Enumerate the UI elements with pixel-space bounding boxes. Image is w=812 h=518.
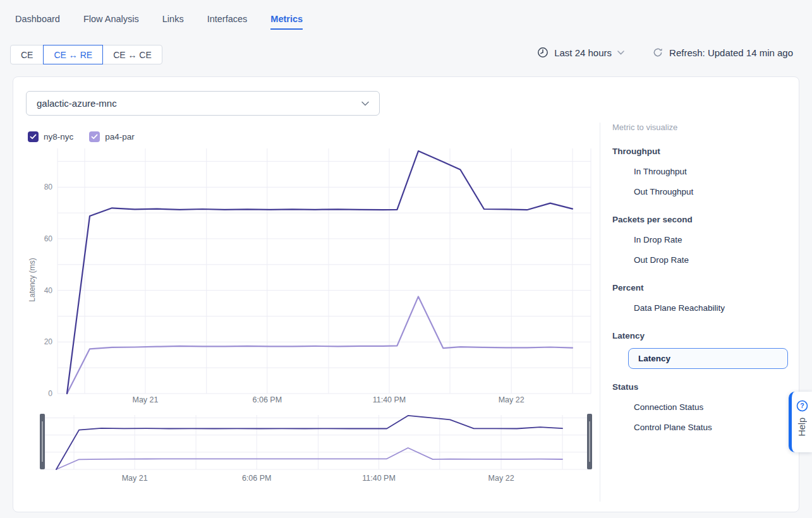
metric-group-throughput: Throughput: [612, 147, 802, 156]
svg-text:0: 0: [48, 389, 52, 398]
checkbox-checked-icon[interactable]: [28, 131, 39, 142]
time-range-label: Last 24 hours: [554, 47, 612, 58]
refresh-status-label: Refresh: Updated 14 min ago: [669, 47, 793, 58]
series-line-ny8-nyc: [56, 416, 562, 469]
metric-item-in-throughput[interactable]: In Throughput: [634, 167, 687, 176]
series-toggle-label: ny8-nyc: [44, 132, 73, 142]
help-question-icon: ?: [796, 400, 808, 412]
filter-ce-re-button[interactable]: CE ↔ RE: [43, 45, 103, 64]
top-nav: Dashboard Flow Analysis Links Interfaces…: [15, 14, 303, 30]
series-toggle-pa4-par[interactable]: pa4-par: [89, 131, 135, 142]
metric-item-data-plane-reachability[interactable]: Data Plane Reachability: [634, 303, 725, 313]
series-toggle-ny8-nyc[interactable]: ny8-nyc: [28, 131, 73, 142]
help-label: Help: [797, 418, 807, 437]
device-select-value: galactic-azure-mnc: [37, 98, 117, 109]
svg-text:May 21: May 21: [133, 395, 159, 404]
svg-text:40: 40: [44, 286, 53, 295]
metric-group-packets-per-second: Packets per second: [612, 215, 802, 224]
time-range-dropdown[interactable]: Last 24 hours: [537, 47, 624, 58]
svg-text:11:40 PM: 11:40 PM: [373, 395, 406, 404]
chevron-down-icon: [617, 51, 624, 55]
metric-item-connection-status[interactable]: Connection Status: [634, 402, 703, 412]
nav-item-dashboard[interactable]: Dashboard: [15, 14, 60, 30]
clock-icon: [537, 47, 548, 58]
nav-item-flow-analysis[interactable]: Flow Analysis: [83, 14, 139, 30]
svg-text:Latency (ms): Latency (ms): [28, 258, 37, 301]
nav-item-links[interactable]: Links: [162, 14, 184, 30]
metric-item-control-plane-status[interactable]: Control Plane Status: [634, 423, 712, 432]
top-right-controls: Last 24 hours Refresh: Updated 14 min ag…: [537, 47, 793, 58]
svg-text:May 22: May 22: [488, 474, 514, 483]
time-brush-chart[interactable]: May 216:06 PM11:40 PMMay 22: [26, 413, 600, 487]
refresh-icon: [652, 47, 664, 58]
series-line-pa4-par: [67, 296, 573, 394]
refresh-button[interactable]: Refresh: Updated 14 min ago: [652, 47, 793, 58]
svg-text:May 21: May 21: [122, 474, 148, 483]
metric-item-in-drop-rate[interactable]: In Drop Rate: [634, 235, 682, 244]
svg-text:May 22: May 22: [499, 395, 524, 404]
svg-text:60: 60: [44, 234, 53, 243]
device-select[interactable]: galactic-azure-mnc: [26, 91, 380, 116]
chevron-down-icon: [361, 101, 369, 106]
series-toggle-label: pa4-par: [105, 132, 135, 142]
nav-item-interfaces[interactable]: Interfaces: [207, 14, 248, 30]
metric-to-visualize-panel: Metric to visualize Throughput In Throug…: [612, 123, 802, 432]
filter-ce-ce-button[interactable]: CE ↔ CE: [102, 45, 162, 64]
metrics-page: Dashboard Flow Analysis Links Interfaces…: [0, 0, 812, 518]
svg-text:11:40 PM: 11:40 PM: [362, 474, 396, 483]
metric-panel-title: Metric to visualize: [612, 123, 802, 132]
svg-text:6:06 PM: 6:06 PM: [242, 474, 272, 483]
filter-ce-button[interactable]: CE: [10, 45, 44, 64]
series-line-pa4-par: [56, 448, 562, 469]
series-legend: ny8-nyc pa4-par: [28, 131, 135, 142]
checkbox-checked-icon[interactable]: [89, 131, 100, 142]
metric-group-status: Status: [612, 382, 802, 392]
panel-divider: [600, 123, 600, 502]
metric-group-percent: Percent: [612, 283, 802, 292]
svg-text:6:06 PM: 6:06 PM: [253, 395, 282, 404]
metric-item-latency-selected[interactable]: Latency: [628, 348, 788, 369]
svg-text:?: ?: [800, 402, 804, 409]
svg-text:80: 80: [44, 183, 53, 191]
endpoint-filter-group: CE CE ↔ RE CE ↔ CE: [10, 45, 162, 64]
help-button[interactable]: ? Help: [789, 392, 812, 452]
metric-group-latency: Latency: [612, 331, 802, 340]
metric-item-out-drop-rate[interactable]: Out Drop Rate: [634, 255, 689, 265]
metric-item-out-throughput[interactable]: Out Throughput: [634, 187, 693, 196]
latency-line-chart: 020406080Latency (ms)May 216:06 PM11:40 …: [26, 147, 600, 411]
nav-item-metrics[interactable]: Metrics: [270, 14, 303, 30]
svg-text:20: 20: [44, 337, 53, 346]
metrics-card: galactic-azure-mnc ny8-nyc pa4-par 02040…: [13, 76, 799, 512]
